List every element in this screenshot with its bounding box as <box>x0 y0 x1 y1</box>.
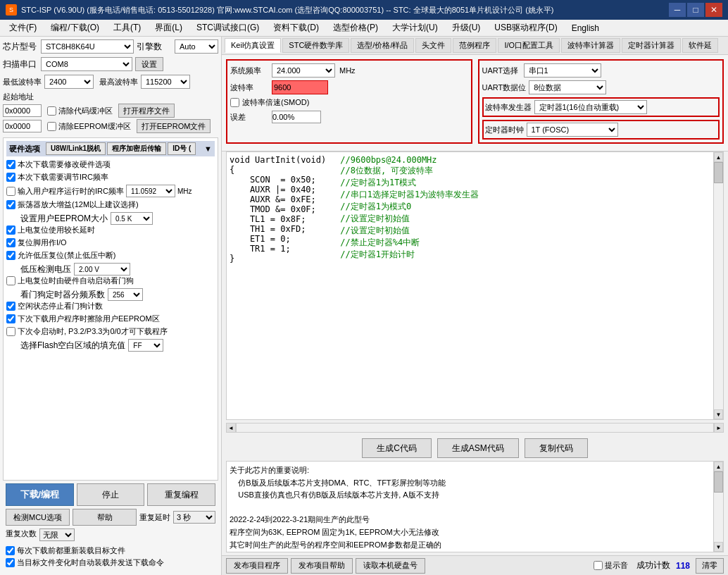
tab-delay[interactable]: 软件延 <box>682 38 718 53</box>
menu-pricing[interactable]: 选型价格(P) <box>327 20 384 36</box>
eeprom-size-select[interactable]: 0.5 K <box>111 212 153 225</box>
menu-university[interactable]: 大学计划(U) <box>386 20 444 36</box>
tab-selection[interactable]: 选型/价格/样品 <box>351 38 414 53</box>
autoload-check[interactable] <box>6 558 15 567</box>
sys-freq-select[interactable]: 24.000 <box>272 63 335 78</box>
copy-code-button[interactable]: 复制代码 <box>525 438 588 458</box>
irc-freq-select[interactable]: 11.0592 <box>126 185 175 197</box>
clear-button[interactable]: 清零 <box>696 558 724 574</box>
gen-c-button[interactable]: 生成C代码 <box>362 438 432 458</box>
hw-check-11[interactable] <box>6 302 15 311</box>
info-scroll-track <box>714 471 723 542</box>
hw-check-13[interactable] <box>6 327 15 336</box>
scrollbar-down[interactable]: ▼ <box>714 409 723 419</box>
menu-download[interactable]: 资料下载(D) <box>267 20 325 36</box>
menu-program[interactable]: 编程/下载(O) <box>44 20 106 36</box>
menu-file[interactable]: 文件(F) <box>3 20 43 36</box>
uart-data-select[interactable]: 8位数据 <box>529 80 606 94</box>
timer-clk-label: 定时器时钟 <box>485 125 524 135</box>
download-button[interactable]: 下载/编程 <box>6 483 74 506</box>
window-controls[interactable]: ─ □ ✕ <box>669 3 722 17</box>
menu-interface[interactable]: 界面(L) <box>149 20 189 36</box>
max-rate-select[interactable]: 115200 <box>141 75 190 89</box>
hw-check-6[interactable] <box>6 238 15 247</box>
watchdog-select[interactable]: 256 <box>108 288 143 301</box>
tab-headers[interactable]: 头文件 <box>415 38 451 53</box>
hw-option-12: 下次下载用户程序时擦除用户EEPROM区 <box>6 314 215 324</box>
menu-upgrade[interactable]: 升级(U) <box>446 20 487 36</box>
clear-eeprom-label: 清除EEPROM缓冲区 <box>58 121 131 132</box>
timer-clk-select[interactable]: 1T (FOSC) <box>527 123 618 137</box>
gen-asm-button[interactable]: 生成ASM代码 <box>437 438 519 458</box>
hw-check-3[interactable] <box>6 200 15 209</box>
notify-check-item: 提示音 <box>594 560 628 571</box>
hw-check-9[interactable] <box>6 276 15 285</box>
expand-icon[interactable]: ▼ <box>204 144 212 153</box>
baud-mult-check[interactable] <box>230 98 239 107</box>
chip-select[interactable]: STC8H8K64U <box>41 39 134 54</box>
hw-check-0[interactable] <box>6 160 15 169</box>
menu-stc-debug[interactable]: STC调试接口(G) <box>190 20 265 36</box>
tab-stc-math[interactable]: STC硬件数学库 <box>282 38 349 53</box>
tab-baud-calc[interactable]: 波特率计算器 <box>561 38 620 53</box>
reload-check[interactable] <box>6 546 15 555</box>
baud-input[interactable] <box>272 80 328 94</box>
config-area: 系统频率 24.000 MHz 波特率 波特率倍速(SMOD) <box>222 55 728 152</box>
publish-proj-button[interactable]: 发布项目程序 <box>226 558 288 574</box>
tab-timer-calc[interactable]: 定时器计算器 <box>622 38 681 53</box>
hw-check-12[interactable] <box>6 314 15 323</box>
open-eeprom-button[interactable]: 打开EEPROM文件 <box>137 119 211 133</box>
clear-eeprom-check[interactable] <box>47 122 56 131</box>
hw-check-5[interactable] <box>6 225 15 235</box>
tab-keil[interactable]: Keil仿真设置 <box>225 38 281 53</box>
engine-select[interactable]: Auto <box>175 39 218 54</box>
hw-tab-1[interactable]: 程序加密后传输 <box>107 142 166 155</box>
open-prog-button[interactable]: 打开程序文件 <box>118 104 175 118</box>
info-scroll-up[interactable]: ▲ <box>714 462 723 471</box>
scan-select[interactable]: COM8 <box>41 57 132 71</box>
minimize-button[interactable]: ─ <box>669 3 686 17</box>
reprog-button[interactable]: 重复编程 <box>147 483 215 506</box>
tab-io-config[interactable]: I/O口配置工具 <box>498 38 560 53</box>
error-label: 误差 <box>230 112 269 123</box>
stop-button[interactable]: 停止 <box>77 483 145 506</box>
check-mcu-button[interactable]: 检测MCU选项 <box>6 509 70 526</box>
hw-check-2[interactable] <box>6 187 15 196</box>
read-sn-button[interactable]: 读取本机硬盘号 <box>356 558 425 574</box>
min-rate-select[interactable]: 2400 <box>44 75 94 89</box>
info-scrollbar[interactable]: ▲ ▼ <box>713 462 723 552</box>
code-scrollbar[interactable]: ▲ ▼ <box>713 152 723 419</box>
scroll-right-btn[interactable]: ► <box>714 423 724 433</box>
menu-usb[interactable]: USB驱动程序(D) <box>488 20 563 36</box>
low-volt-select[interactable]: 2.00 V <box>74 263 130 276</box>
tab-examples[interactable]: 范例程序 <box>453 38 496 53</box>
max-rate-label: 最高波特率 <box>99 77 138 87</box>
info-scroll-thumb[interactable] <box>714 471 723 493</box>
hw-check-1[interactable] <box>6 173 15 182</box>
repeat-select[interactable]: 无限 <box>39 528 75 541</box>
delay-select[interactable]: 3 秒 <box>173 511 215 524</box>
clear-code-check[interactable] <box>47 106 56 116</box>
settings-button[interactable]: 设置 <box>135 57 163 71</box>
hw-label-9: 上电复位时由硬件自动启动看门狗 <box>18 276 134 286</box>
baud-gen-select[interactable]: 定时器1(16位自动重载) <box>534 100 647 114</box>
scrollbar-up[interactable]: ▲ <box>714 152 723 162</box>
addr1-input[interactable] <box>3 104 42 117</box>
menu-english[interactable]: English <box>565 21 605 35</box>
help-button[interactable]: 帮助 <box>73 509 137 526</box>
addr2-input[interactable] <box>3 120 42 132</box>
menu-tools[interactable]: 工具(T) <box>107 20 147 36</box>
info-scroll-down[interactable]: ▼ <box>714 542 723 552</box>
hw-option-11: 空闲状态停止看门狗计数 <box>6 301 215 311</box>
scrollbar-thumb[interactable] <box>714 162 723 183</box>
flash-fill-select[interactable]: FF <box>128 339 163 352</box>
publish-help-button[interactable]: 发布项目帮助 <box>291 558 353 574</box>
scroll-left-btn[interactable]: ◄ <box>226 423 236 433</box>
hw-check-7[interactable] <box>6 251 15 260</box>
hw-tab-2[interactable]: ID号 ( <box>168 142 196 155</box>
close-button[interactable]: ✕ <box>705 3 722 17</box>
uart-sel-select[interactable]: 串口1 <box>524 63 601 78</box>
maximize-button[interactable]: □ <box>687 3 704 17</box>
notify-check[interactable] <box>594 561 603 570</box>
hw-tab-0[interactable]: U8W/Link1脱机 <box>46 142 106 155</box>
